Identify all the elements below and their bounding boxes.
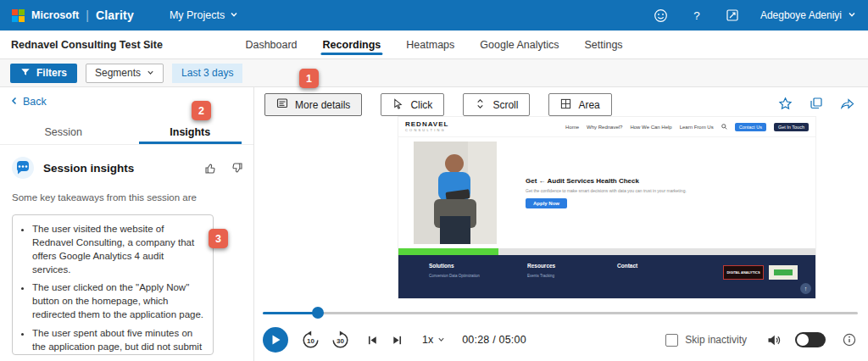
chevron-down-icon [230, 9, 238, 21]
tab-settings[interactable]: Settings [584, 31, 622, 58]
area-button[interactable]: Area [548, 93, 611, 116]
session-side-panel: Back Session Insights Session insights S… [0, 87, 254, 361]
area-label: Area [578, 99, 599, 111]
website-footer-solutions-item: Conversion Data Optimization [429, 274, 480, 278]
svg-text:10: 10 [307, 337, 314, 345]
web-progress-fill [398, 248, 498, 255]
back-button[interactable]: Back [10, 96, 47, 108]
microsoft-brand: Microsoft [31, 9, 79, 21]
volume-icon[interactable] [767, 334, 782, 347]
insight-item: The user spent about five minutes on the… [32, 327, 204, 355]
tab-recordings[interactable]: Recordings [323, 31, 381, 58]
brand-divider: | [86, 8, 89, 22]
playback-speed-dropdown[interactable]: 1x [422, 334, 445, 346]
panel-tabs: Session Insights [0, 119, 253, 145]
website-subheadline: Get the confidence to make smart decisio… [526, 188, 721, 193]
click-label: Click [410, 99, 432, 111]
feedback-smiley-icon[interactable] [654, 8, 669, 23]
help-icon[interactable]: ? [689, 8, 704, 23]
website-logo-sub: CONSULTING [405, 129, 448, 132]
website-scroll-top-button: ↑ [800, 283, 811, 294]
website-apply-now-button: Apply Now [526, 198, 567, 208]
dev-tools-toggle[interactable] [795, 332, 826, 347]
my-projects-menu[interactable]: My Projects [170, 9, 238, 21]
tab-session[interactable]: Session [0, 119, 127, 144]
insights-summary-box[interactable]: The user visited the website of Rednavel… [12, 214, 214, 355]
favorite-star-icon[interactable] [778, 97, 793, 111]
tab-dashboard[interactable]: Dashboard [245, 31, 297, 58]
clarity-brand: Clarity [96, 8, 134, 22]
website-header: REDNAVEL CONSULTING Home Why Rednavel? H… [398, 117, 815, 137]
copy-link-icon[interactable] [810, 97, 823, 111]
website-nav-why: Why Rednavel? [587, 125, 622, 130]
tab-insights[interactable]: Insights [127, 119, 254, 144]
session-insights-title: Session insights [43, 162, 134, 175]
date-range-chip[interactable]: Last 3 days [172, 64, 242, 83]
thumbs-up-icon[interactable] [204, 162, 217, 175]
playback-timeline[interactable] [263, 306, 858, 319]
microsoft-logo-icon [12, 9, 25, 22]
annotation-step-3: 3 [209, 229, 228, 248]
insights-bullet-list: The user visited the website of Rednavel… [32, 223, 204, 355]
details-icon [276, 97, 288, 112]
grid-area-icon [560, 98, 571, 112]
annotation-step-2: 2 [192, 101, 211, 120]
timeline-track[interactable] [263, 312, 858, 314]
website-footer-resources: Resources [527, 263, 555, 269]
filters-label: Filters [36, 67, 67, 79]
info-icon[interactable] [843, 333, 856, 347]
website-search-icon [721, 124, 727, 131]
insight-item: The user visited the website of Rednavel… [32, 223, 204, 276]
click-button[interactable]: Click [381, 93, 444, 116]
website-hero: Get ← Audit Services Health Check Get th… [398, 137, 815, 248]
skip-inactivity-label: Skip inactivity [685, 334, 747, 346]
more-details-button[interactable]: More details [264, 93, 362, 116]
scroll-button[interactable]: Scroll [463, 93, 530, 116]
thumbs-down-icon[interactable] [231, 162, 243, 175]
user-name: Adegboye Adeniyi [760, 9, 842, 21]
share-icon[interactable] [840, 97, 854, 111]
chevron-down-icon [848, 9, 856, 21]
resources-icon[interactable] [725, 8, 740, 23]
annotation-step-1: 1 [299, 69, 319, 88]
more-details-label: More details [295, 99, 350, 111]
svg-text:30: 30 [337, 337, 344, 345]
filters-button[interactable]: Filters [10, 64, 77, 83]
skip-inactivity-checkbox[interactable] [665, 334, 678, 347]
website-touch-button: Get In Touch [774, 123, 809, 131]
play-button[interactable] [263, 327, 288, 353]
website-nav: Home Why Rednavel? How We Can Help Learn… [565, 123, 809, 131]
recording-viewport[interactable]: REDNAVEL CONSULTING Home Why Rednavel? H… [398, 117, 815, 298]
session-insights-header: Session insights [10, 153, 243, 182]
website-hero-photo [414, 142, 497, 244]
tab-google-analytics[interactable]: Google Analytics [480, 31, 559, 58]
back-label: Back [23, 96, 47, 108]
timeline-fill [263, 312, 318, 314]
rewind-10-button[interactable]: 10 [301, 330, 320, 350]
website-footer-solutions: Solutions [429, 263, 454, 269]
app-topbar: Microsoft | Clarity My Projects ? Adegbo… [0, 0, 868, 31]
previous-session-button[interactable] [366, 334, 379, 347]
next-session-button[interactable] [391, 334, 403, 347]
segments-dropdown[interactable]: Segments [86, 64, 164, 83]
website-headline: Get ← Audit Services Health Check [526, 177, 639, 185]
website-logo: REDNAVEL [405, 121, 448, 128]
user-account-menu[interactable]: Adegboye Adeniyi [760, 9, 856, 21]
forward-30-button[interactable]: 30 [331, 330, 350, 350]
website-footer: Solutions Conversion Data Optimization R… [398, 255, 815, 298]
timeline-scrubber-knob[interactable] [312, 307, 324, 319]
website-nav-learn: Learn From Us [680, 125, 714, 130]
website-footer-resources-item: Events Tracking [527, 274, 554, 278]
chevron-left-icon [10, 96, 19, 108]
website-progress-track [398, 248, 815, 255]
website-certification-badge [769, 265, 798, 280]
segments-label: Segments [95, 67, 141, 79]
playback-time: 00:28 / 05:00 [462, 334, 526, 346]
insight-item: The user clicked on the "Apply Now" butt… [32, 281, 204, 322]
website-contact-button: Contact Us [735, 123, 766, 131]
tab-heatmaps[interactable]: Heatmaps [406, 31, 454, 58]
project-navbar: Rednavel Consulting Test Site Dashboard … [0, 31, 868, 59]
insights-intro: Some key takeaways from this session are [12, 192, 242, 203]
recording-main-area: More details Click Scroll Area REDNAVE [254, 87, 868, 361]
filter-bar: Filters Segments Last 3 days [0, 59, 868, 87]
